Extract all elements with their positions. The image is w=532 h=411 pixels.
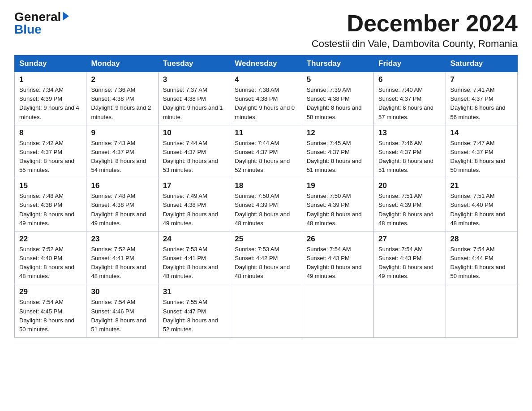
calendar-cell: 13Sunrise: 7:46 AMSunset: 4:37 PMDayligh…	[374, 125, 446, 178]
day-number: 21	[450, 181, 513, 190]
day-info: Sunrise: 7:54 AMSunset: 4:46 PMDaylight:…	[91, 298, 153, 334]
calendar-cell: 17Sunrise: 7:49 AMSunset: 4:38 PMDayligh…	[158, 178, 230, 231]
day-info: Sunrise: 7:46 AMSunset: 4:37 PMDaylight:…	[378, 139, 441, 175]
day-info: Sunrise: 7:45 AMSunset: 4:37 PMDaylight:…	[307, 139, 369, 175]
calendar-cell: 18Sunrise: 7:50 AMSunset: 4:39 PMDayligh…	[230, 178, 302, 231]
day-info: Sunrise: 7:48 AMSunset: 4:38 PMDaylight:…	[91, 192, 153, 228]
day-number: 12	[307, 128, 369, 137]
logo-general-text: General	[14, 11, 61, 23]
month-title: December 2024	[312, 11, 518, 36]
day-number: 16	[91, 181, 153, 190]
calendar-cell	[446, 284, 517, 338]
day-number: 3	[163, 75, 225, 84]
calendar-week-4: 22Sunrise: 7:52 AMSunset: 4:40 PMDayligh…	[15, 231, 518, 284]
day-info: Sunrise: 7:53 AMSunset: 4:42 PMDaylight:…	[235, 245, 297, 281]
calendar-cell: 25Sunrise: 7:53 AMSunset: 4:42 PMDayligh…	[230, 231, 302, 284]
calendar-cell: 7Sunrise: 7:41 AMSunset: 4:37 PMDaylight…	[446, 72, 517, 125]
calendar-header-tuesday: Tuesday	[158, 56, 230, 72]
calendar-cell	[230, 284, 302, 338]
day-number: 19	[307, 181, 369, 190]
calendar-table: SundayMondayTuesdayWednesdayThursdayFrid…	[14, 55, 518, 338]
calendar-header-monday: Monday	[86, 56, 158, 72]
day-info: Sunrise: 7:39 AMSunset: 4:38 PMDaylight:…	[307, 86, 369, 122]
day-number: 11	[235, 128, 297, 137]
day-number: 13	[378, 128, 441, 137]
day-info: Sunrise: 7:47 AMSunset: 4:37 PMDaylight:…	[450, 139, 513, 175]
day-number: 9	[91, 128, 153, 137]
day-number: 27	[378, 235, 441, 244]
calendar-cell: 12Sunrise: 7:45 AMSunset: 4:37 PMDayligh…	[302, 125, 373, 178]
day-number: 8	[19, 128, 82, 137]
calendar-cell: 24Sunrise: 7:53 AMSunset: 4:41 PMDayligh…	[158, 231, 230, 284]
calendar-cell: 20Sunrise: 7:51 AMSunset: 4:39 PMDayligh…	[374, 178, 446, 231]
calendar-cell: 21Sunrise: 7:51 AMSunset: 4:40 PMDayligh…	[446, 178, 517, 231]
day-number: 6	[378, 75, 441, 84]
calendar-cell: 11Sunrise: 7:44 AMSunset: 4:37 PMDayligh…	[230, 125, 302, 178]
day-info: Sunrise: 7:40 AMSunset: 4:37 PMDaylight:…	[378, 86, 441, 122]
day-info: Sunrise: 7:44 AMSunset: 4:37 PMDaylight:…	[163, 139, 225, 175]
day-info: Sunrise: 7:50 AMSunset: 4:39 PMDaylight:…	[307, 192, 369, 228]
calendar-header-saturday: Saturday	[446, 56, 517, 72]
day-number: 4	[235, 75, 297, 84]
calendar-week-3: 15Sunrise: 7:48 AMSunset: 4:38 PMDayligh…	[15, 178, 518, 231]
day-info: Sunrise: 7:51 AMSunset: 4:40 PMDaylight:…	[450, 192, 513, 228]
calendar-cell: 2Sunrise: 7:36 AMSunset: 4:38 PMDaylight…	[86, 72, 158, 125]
day-info: Sunrise: 7:42 AMSunset: 4:37 PMDaylight:…	[19, 139, 82, 175]
day-info: Sunrise: 7:36 AMSunset: 4:38 PMDaylight:…	[91, 86, 153, 122]
logo-blue-text: Blue	[14, 23, 42, 36]
calendar-header-wednesday: Wednesday	[230, 56, 302, 72]
calendar-cell: 30Sunrise: 7:54 AMSunset: 4:46 PMDayligh…	[86, 284, 158, 338]
day-number: 2	[91, 75, 153, 84]
day-number: 14	[450, 128, 513, 137]
calendar-cell: 14Sunrise: 7:47 AMSunset: 4:37 PMDayligh…	[446, 125, 517, 178]
day-number: 20	[378, 181, 441, 190]
day-info: Sunrise: 7:54 AMSunset: 4:45 PMDaylight:…	[19, 298, 82, 334]
day-info: Sunrise: 7:54 AMSunset: 4:43 PMDaylight:…	[378, 245, 441, 281]
logo-arrow-icon	[63, 12, 69, 21]
title-block: December 2024 Costestii din Vale, Dambov…	[312, 11, 518, 50]
day-info: Sunrise: 7:51 AMSunset: 4:39 PMDaylight:…	[378, 192, 441, 228]
day-info: Sunrise: 7:37 AMSunset: 4:38 PMDaylight:…	[163, 86, 225, 122]
calendar-header-thursday: Thursday	[302, 56, 373, 72]
day-number: 22	[19, 235, 82, 244]
day-info: Sunrise: 7:52 AMSunset: 4:40 PMDaylight:…	[19, 245, 82, 281]
day-number: 18	[235, 181, 297, 190]
calendar-cell: 31Sunrise: 7:55 AMSunset: 4:47 PMDayligh…	[158, 284, 230, 338]
calendar-cell: 15Sunrise: 7:48 AMSunset: 4:38 PMDayligh…	[15, 178, 86, 231]
calendar-cell: 9Sunrise: 7:43 AMSunset: 4:37 PMDaylight…	[86, 125, 158, 178]
calendar-cell: 29Sunrise: 7:54 AMSunset: 4:45 PMDayligh…	[15, 284, 86, 338]
calendar-cell: 22Sunrise: 7:52 AMSunset: 4:40 PMDayligh…	[15, 231, 86, 284]
calendar-cell: 28Sunrise: 7:54 AMSunset: 4:44 PMDayligh…	[446, 231, 517, 284]
day-number: 25	[235, 235, 297, 244]
page-header: General Blue December 2024 Costestii din…	[14, 11, 518, 50]
day-number: 15	[19, 181, 82, 190]
calendar-cell: 1Sunrise: 7:34 AMSunset: 4:39 PMDaylight…	[15, 72, 86, 125]
day-number: 31	[163, 287, 225, 296]
day-number: 30	[91, 287, 153, 296]
calendar-week-5: 29Sunrise: 7:54 AMSunset: 4:45 PMDayligh…	[15, 284, 518, 338]
calendar-cell: 27Sunrise: 7:54 AMSunset: 4:43 PMDayligh…	[374, 231, 446, 284]
calendar-cell	[374, 284, 446, 338]
calendar-header-row: SundayMondayTuesdayWednesdayThursdayFrid…	[15, 56, 518, 72]
calendar-cell: 3Sunrise: 7:37 AMSunset: 4:38 PMDaylight…	[158, 72, 230, 125]
day-number: 17	[163, 181, 225, 190]
day-number: 29	[19, 287, 82, 296]
calendar-cell: 6Sunrise: 7:40 AMSunset: 4:37 PMDaylight…	[374, 72, 446, 125]
day-info: Sunrise: 7:48 AMSunset: 4:38 PMDaylight:…	[19, 192, 82, 228]
day-info: Sunrise: 7:50 AMSunset: 4:39 PMDaylight:…	[235, 192, 297, 228]
calendar-cell: 5Sunrise: 7:39 AMSunset: 4:38 PMDaylight…	[302, 72, 373, 125]
calendar-cell: 19Sunrise: 7:50 AMSunset: 4:39 PMDayligh…	[302, 178, 373, 231]
day-info: Sunrise: 7:41 AMSunset: 4:37 PMDaylight:…	[450, 86, 513, 122]
calendar-cell: 10Sunrise: 7:44 AMSunset: 4:37 PMDayligh…	[158, 125, 230, 178]
calendar-header-friday: Friday	[374, 56, 446, 72]
day-info: Sunrise: 7:34 AMSunset: 4:39 PMDaylight:…	[19, 86, 82, 122]
day-info: Sunrise: 7:55 AMSunset: 4:47 PMDaylight:…	[163, 298, 225, 334]
logo: General Blue	[14, 11, 69, 36]
day-info: Sunrise: 7:53 AMSunset: 4:41 PMDaylight:…	[163, 245, 225, 281]
day-number: 7	[450, 75, 513, 84]
day-info: Sunrise: 7:54 AMSunset: 4:44 PMDaylight:…	[450, 245, 513, 281]
calendar-cell: 26Sunrise: 7:54 AMSunset: 4:43 PMDayligh…	[302, 231, 373, 284]
calendar-cell: 23Sunrise: 7:52 AMSunset: 4:41 PMDayligh…	[86, 231, 158, 284]
calendar-week-2: 8Sunrise: 7:42 AMSunset: 4:37 PMDaylight…	[15, 125, 518, 178]
calendar-cell	[302, 284, 373, 338]
